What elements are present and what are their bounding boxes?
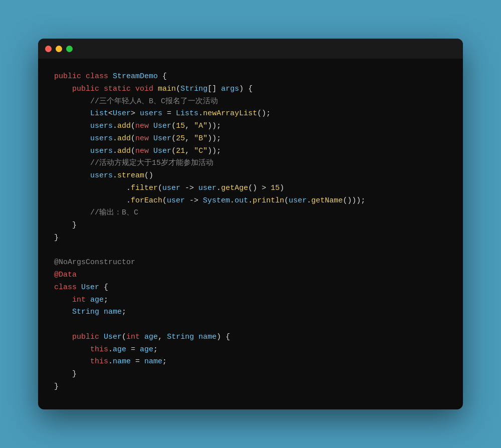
code-line-16: @NoArgsConstructor [54,257,447,269]
code-line-13: } [54,219,447,232]
code-line-8: //活动方规定大于15岁才能参加活动 [54,157,447,170]
code-line-1: public class StreamDemo { [54,71,447,83]
code-line-7: users.add(new User(21, "C")); [54,145,447,158]
code-line-14: } [54,232,447,245]
code-line-18: class User { [54,282,447,294]
code-line-11: .forEach(user -> System.out.println(user… [54,195,447,207]
close-button[interactable] [45,46,52,52]
code-line-22: public User(int age, String name) { [54,331,447,344]
code-line-19: int age; [54,294,447,307]
code-line-25: } [54,368,447,381]
code-line-6: users.add(new User(25, "B")); [54,133,447,145]
code-line-12: //输出：B、C [54,207,447,219]
code-line-3: //三个年轻人A、B、C报名了一次活动 [54,96,447,108]
code-line-4: List<User> users = Lists.newArrayList(); [54,108,447,120]
titlebar [38,39,463,59]
maximize-button[interactable] [66,46,73,52]
code-line-26: } [54,381,447,393]
code-line-5: users.add(new User(15, "A")); [54,120,447,133]
code-line-21 [54,319,447,331]
code-line-20: String name; [54,306,447,319]
code-line-17: @Data [54,269,447,282]
code-window: public class StreamDemo { public static … [38,39,463,409]
code-line-2: public static void main(String[] args) { [54,83,447,96]
code-line-15 [54,245,447,257]
code-editor: public class StreamDemo { public static … [38,59,463,409]
code-line-23: this.age = age; [54,344,447,356]
code-line-9: users.stream() [54,170,447,182]
code-line-10: .filter(user -> user.getAge() > 15) [54,182,447,195]
code-line-24: this.name = name; [54,356,447,368]
minimize-button[interactable] [56,46,62,52]
